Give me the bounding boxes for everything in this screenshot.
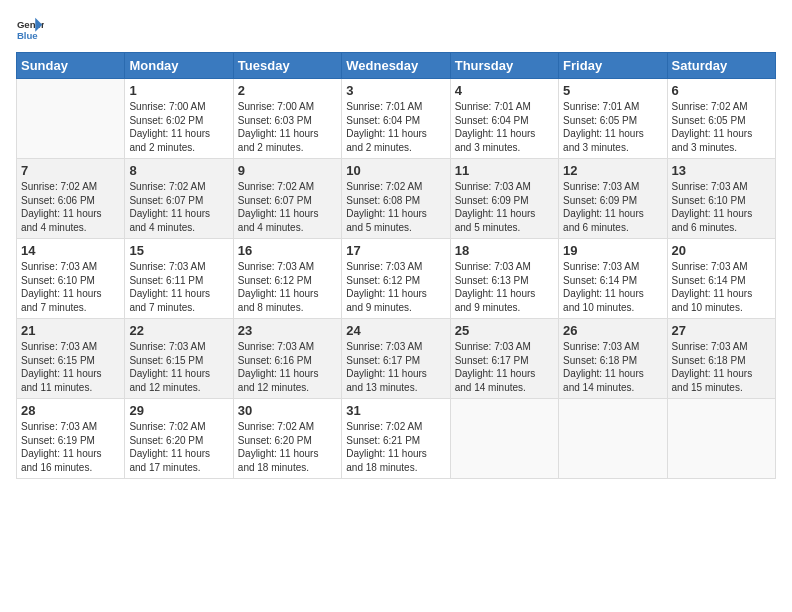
day-number: 11	[455, 163, 554, 178]
calendar-cell: 20Sunrise: 7:03 AM Sunset: 6:14 PM Dayli…	[667, 239, 775, 319]
calendar-cell: 8Sunrise: 7:02 AM Sunset: 6:07 PM Daylig…	[125, 159, 233, 239]
day-number: 10	[346, 163, 445, 178]
calendar-cell	[667, 399, 775, 479]
calendar-cell: 29Sunrise: 7:02 AM Sunset: 6:20 PM Dayli…	[125, 399, 233, 479]
day-info: Sunrise: 7:03 AM Sunset: 6:09 PM Dayligh…	[563, 180, 662, 234]
day-info: Sunrise: 7:00 AM Sunset: 6:02 PM Dayligh…	[129, 100, 228, 154]
calendar-cell: 26Sunrise: 7:03 AM Sunset: 6:18 PM Dayli…	[559, 319, 667, 399]
day-info: Sunrise: 7:01 AM Sunset: 6:04 PM Dayligh…	[455, 100, 554, 154]
calendar-cell: 10Sunrise: 7:02 AM Sunset: 6:08 PM Dayli…	[342, 159, 450, 239]
day-info: Sunrise: 7:02 AM Sunset: 6:21 PM Dayligh…	[346, 420, 445, 474]
day-info: Sunrise: 7:03 AM Sunset: 6:18 PM Dayligh…	[563, 340, 662, 394]
calendar-cell	[450, 399, 558, 479]
calendar-week-row: 28Sunrise: 7:03 AM Sunset: 6:19 PM Dayli…	[17, 399, 776, 479]
day-number: 24	[346, 323, 445, 338]
day-number: 15	[129, 243, 228, 258]
day-info: Sunrise: 7:01 AM Sunset: 6:04 PM Dayligh…	[346, 100, 445, 154]
svg-text:Blue: Blue	[17, 30, 38, 41]
day-number: 8	[129, 163, 228, 178]
weekday-header: Thursday	[450, 53, 558, 79]
calendar-cell: 23Sunrise: 7:03 AM Sunset: 6:16 PM Dayli…	[233, 319, 341, 399]
day-number: 30	[238, 403, 337, 418]
calendar-cell: 1Sunrise: 7:00 AM Sunset: 6:02 PM Daylig…	[125, 79, 233, 159]
day-info: Sunrise: 7:03 AM Sunset: 6:13 PM Dayligh…	[455, 260, 554, 314]
calendar-cell: 18Sunrise: 7:03 AM Sunset: 6:13 PM Dayli…	[450, 239, 558, 319]
day-number: 28	[21, 403, 120, 418]
header: General Blue	[16, 16, 776, 44]
calendar-cell: 9Sunrise: 7:02 AM Sunset: 6:07 PM Daylig…	[233, 159, 341, 239]
calendar-table: SundayMondayTuesdayWednesdayThursdayFrid…	[16, 52, 776, 479]
day-info: Sunrise: 7:03 AM Sunset: 6:18 PM Dayligh…	[672, 340, 771, 394]
day-info: Sunrise: 7:03 AM Sunset: 6:14 PM Dayligh…	[563, 260, 662, 314]
day-number: 13	[672, 163, 771, 178]
logo: General Blue	[16, 16, 48, 44]
calendar-cell: 13Sunrise: 7:03 AM Sunset: 6:10 PM Dayli…	[667, 159, 775, 239]
calendar-cell: 22Sunrise: 7:03 AM Sunset: 6:15 PM Dayli…	[125, 319, 233, 399]
day-number: 9	[238, 163, 337, 178]
day-info: Sunrise: 7:02 AM Sunset: 6:20 PM Dayligh…	[238, 420, 337, 474]
day-number: 2	[238, 83, 337, 98]
day-number: 29	[129, 403, 228, 418]
day-info: Sunrise: 7:03 AM Sunset: 6:15 PM Dayligh…	[129, 340, 228, 394]
day-number: 18	[455, 243, 554, 258]
day-number: 12	[563, 163, 662, 178]
day-number: 20	[672, 243, 771, 258]
calendar-cell	[17, 79, 125, 159]
calendar-cell: 24Sunrise: 7:03 AM Sunset: 6:17 PM Dayli…	[342, 319, 450, 399]
day-number: 4	[455, 83, 554, 98]
day-number: 26	[563, 323, 662, 338]
day-info: Sunrise: 7:02 AM Sunset: 6:07 PM Dayligh…	[238, 180, 337, 234]
day-info: Sunrise: 7:03 AM Sunset: 6:17 PM Dayligh…	[346, 340, 445, 394]
calendar-week-row: 7Sunrise: 7:02 AM Sunset: 6:06 PM Daylig…	[17, 159, 776, 239]
day-info: Sunrise: 7:03 AM Sunset: 6:15 PM Dayligh…	[21, 340, 120, 394]
day-number: 19	[563, 243, 662, 258]
calendar-cell: 27Sunrise: 7:03 AM Sunset: 6:18 PM Dayli…	[667, 319, 775, 399]
weekday-header: Sunday	[17, 53, 125, 79]
day-number: 7	[21, 163, 120, 178]
calendar-cell: 2Sunrise: 7:00 AM Sunset: 6:03 PM Daylig…	[233, 79, 341, 159]
day-info: Sunrise: 7:03 AM Sunset: 6:09 PM Dayligh…	[455, 180, 554, 234]
day-info: Sunrise: 7:03 AM Sunset: 6:10 PM Dayligh…	[21, 260, 120, 314]
day-number: 22	[129, 323, 228, 338]
weekday-header: Saturday	[667, 53, 775, 79]
day-info: Sunrise: 7:03 AM Sunset: 6:12 PM Dayligh…	[346, 260, 445, 314]
calendar-week-row: 21Sunrise: 7:03 AM Sunset: 6:15 PM Dayli…	[17, 319, 776, 399]
day-number: 3	[346, 83, 445, 98]
day-number: 16	[238, 243, 337, 258]
day-info: Sunrise: 7:02 AM Sunset: 6:08 PM Dayligh…	[346, 180, 445, 234]
calendar-cell: 16Sunrise: 7:03 AM Sunset: 6:12 PM Dayli…	[233, 239, 341, 319]
weekday-header: Wednesday	[342, 53, 450, 79]
calendar-cell: 19Sunrise: 7:03 AM Sunset: 6:14 PM Dayli…	[559, 239, 667, 319]
calendar-cell: 28Sunrise: 7:03 AM Sunset: 6:19 PM Dayli…	[17, 399, 125, 479]
calendar-cell: 25Sunrise: 7:03 AM Sunset: 6:17 PM Dayli…	[450, 319, 558, 399]
day-number: 23	[238, 323, 337, 338]
calendar-cell: 5Sunrise: 7:01 AM Sunset: 6:05 PM Daylig…	[559, 79, 667, 159]
day-info: Sunrise: 7:03 AM Sunset: 6:10 PM Dayligh…	[672, 180, 771, 234]
calendar-cell: 15Sunrise: 7:03 AM Sunset: 6:11 PM Dayli…	[125, 239, 233, 319]
calendar-cell: 11Sunrise: 7:03 AM Sunset: 6:09 PM Dayli…	[450, 159, 558, 239]
weekday-header: Monday	[125, 53, 233, 79]
day-number: 21	[21, 323, 120, 338]
day-info: Sunrise: 7:02 AM Sunset: 6:06 PM Dayligh…	[21, 180, 120, 234]
day-info: Sunrise: 7:03 AM Sunset: 6:17 PM Dayligh…	[455, 340, 554, 394]
day-number: 6	[672, 83, 771, 98]
weekday-header: Friday	[559, 53, 667, 79]
day-info: Sunrise: 7:03 AM Sunset: 6:19 PM Dayligh…	[21, 420, 120, 474]
day-number: 27	[672, 323, 771, 338]
calendar-cell: 4Sunrise: 7:01 AM Sunset: 6:04 PM Daylig…	[450, 79, 558, 159]
logo-icon: General Blue	[16, 16, 44, 44]
page-container: General Blue SundayMondayTuesdayWednesda…	[0, 0, 792, 487]
calendar-cell: 14Sunrise: 7:03 AM Sunset: 6:10 PM Dayli…	[17, 239, 125, 319]
weekday-header: Tuesday	[233, 53, 341, 79]
calendar-cell: 21Sunrise: 7:03 AM Sunset: 6:15 PM Dayli…	[17, 319, 125, 399]
calendar-week-row: 1Sunrise: 7:00 AM Sunset: 6:02 PM Daylig…	[17, 79, 776, 159]
day-number: 31	[346, 403, 445, 418]
calendar-cell: 17Sunrise: 7:03 AM Sunset: 6:12 PM Dayli…	[342, 239, 450, 319]
calendar-week-row: 14Sunrise: 7:03 AM Sunset: 6:10 PM Dayli…	[17, 239, 776, 319]
day-number: 5	[563, 83, 662, 98]
calendar-cell: 3Sunrise: 7:01 AM Sunset: 6:04 PM Daylig…	[342, 79, 450, 159]
day-number: 1	[129, 83, 228, 98]
day-number: 14	[21, 243, 120, 258]
calendar-cell: 7Sunrise: 7:02 AM Sunset: 6:06 PM Daylig…	[17, 159, 125, 239]
day-info: Sunrise: 7:02 AM Sunset: 6:20 PM Dayligh…	[129, 420, 228, 474]
